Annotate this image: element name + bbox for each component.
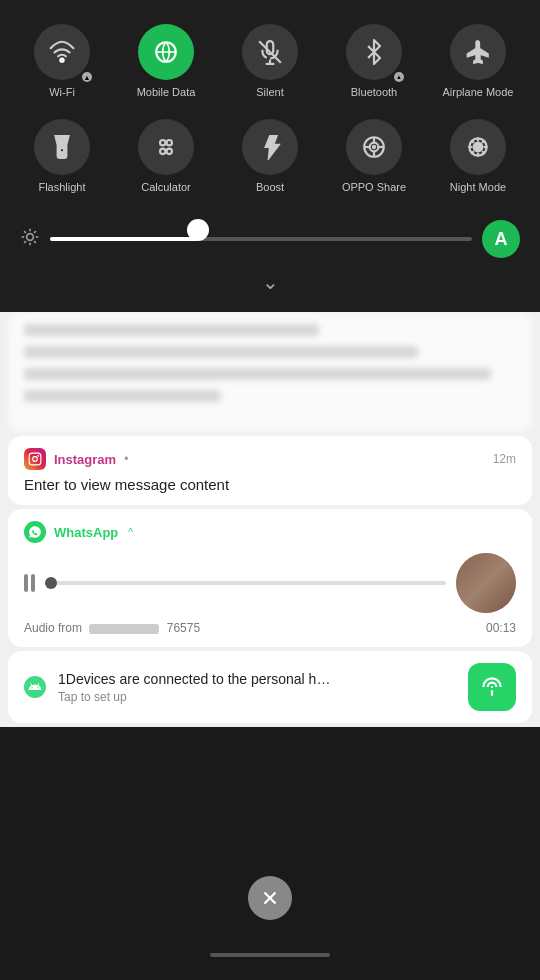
flashlight-label: Flashlight — [38, 181, 85, 194]
brightness-track — [50, 237, 472, 241]
audio-avatar-image — [456, 553, 516, 613]
whatsapp-expand-icon[interactable]: ^ — [128, 527, 133, 538]
qs-flashlight[interactable]: Flashlight — [10, 111, 114, 202]
audio-player — [24, 553, 516, 613]
chevron-down-icon: ⌄ — [262, 270, 279, 294]
svg-point-30 — [33, 457, 38, 462]
svg-point-8 — [167, 140, 172, 145]
whatsapp-notif-header: WhatsApp ^ — [24, 521, 516, 543]
oppo-share-label: OPPO Share — [342, 181, 406, 194]
instagram-app-name: Instagram — [54, 452, 116, 467]
brightness-row: A — [10, 214, 530, 268]
instagram-notif-body: Enter to view message content — [24, 476, 516, 493]
svg-point-6 — [60, 148, 64, 152]
bluetooth-signal-dot: ▲ — [394, 72, 404, 82]
svg-line-26 — [34, 241, 36, 243]
qs-calculator[interactable]: Calculator — [114, 111, 218, 202]
home-indicator — [210, 953, 330, 957]
blurred-line-1 — [24, 324, 319, 336]
night-mode-icon — [465, 134, 491, 160]
qs-wifi[interactable]: ▲ Wi-Fi — [10, 16, 114, 107]
hotspot-icon — [479, 674, 505, 700]
blurred-line-2 — [24, 346, 418, 358]
svg-line-28 — [34, 231, 36, 233]
svg-point-31 — [37, 455, 39, 457]
airplane-icon-circle — [450, 24, 506, 80]
blurred-line-3 — [24, 368, 491, 380]
audio-duration: 00:13 — [486, 621, 516, 635]
qs-night-mode[interactable]: Night Mode — [426, 111, 530, 202]
night-mode-icon-circle — [450, 119, 506, 175]
android-system-notification[interactable]: 1Devices are connected to the personal h… — [8, 651, 532, 723]
wifi-signal-dot: ▲ — [82, 72, 92, 82]
brightness-icon — [20, 227, 40, 252]
mobile-data-icon — [153, 39, 179, 65]
instagram-logo — [28, 452, 42, 466]
redacted-sender — [89, 624, 159, 634]
qs-bluetooth[interactable]: ▲ Bluetooth — [322, 16, 426, 107]
android-logo — [28, 680, 42, 694]
dismiss-all-button[interactable] — [248, 876, 292, 920]
boost-icon — [257, 134, 283, 160]
boost-icon-circle — [242, 119, 298, 175]
svg-point-19 — [474, 143, 483, 152]
notifications-area: Instagram • 12m Enter to view message co… — [0, 312, 540, 727]
qs-airplane-mode[interactable]: Airplane Mode — [426, 16, 530, 107]
audio-from-label: Audio from 76575 — [24, 621, 200, 635]
bottom-navigation-bar — [0, 930, 540, 980]
bluetooth-label: Bluetooth — [351, 86, 397, 99]
quick-settings-grid: ▲ Wi-Fi Mobile Data — [10, 16, 530, 202]
user-avatar[interactable]: A — [482, 220, 520, 258]
android-notif-subtitle: Tap to set up — [58, 690, 456, 704]
silent-label: Silent — [256, 86, 284, 99]
oppo-share-icon — [361, 134, 387, 160]
qs-silent[interactable]: Silent — [218, 16, 322, 107]
avatar-label: A — [495, 229, 508, 250]
pause-bar-left — [24, 574, 28, 592]
whatsapp-app-icon — [24, 521, 46, 543]
svg-point-10 — [167, 149, 172, 154]
flashlight-icon-circle — [34, 119, 90, 175]
airplane-label: Airplane Mode — [443, 86, 514, 99]
mobile-data-label: Mobile Data — [137, 86, 196, 99]
whatsapp-notification[interactable]: WhatsApp ^ Audio from 76575 00:13 — [8, 509, 532, 647]
audio-from-text: Audio from — [24, 621, 82, 635]
brightness-fill — [50, 237, 198, 241]
instagram-dot: • — [124, 452, 128, 466]
quick-settings-panel: ▲ Wi-Fi Mobile Data — [0, 0, 540, 312]
wifi-icon-circle: ▲ — [34, 24, 90, 80]
svg-line-25 — [24, 231, 26, 233]
calculator-label: Calculator — [141, 181, 191, 194]
mobile-data-icon-circle — [138, 24, 194, 80]
svg-line-27 — [24, 241, 26, 243]
audio-number: 76575 — [167, 621, 200, 635]
qs-mobile-data[interactable]: Mobile Data — [114, 16, 218, 107]
svg-rect-29 — [29, 454, 41, 466]
calculator-icon — [153, 134, 179, 160]
instagram-notif-header: Instagram • 12m — [24, 448, 516, 470]
audio-progress-dot — [45, 577, 57, 589]
audio-contact-avatar — [456, 553, 516, 613]
bluetooth-icon-circle: ▲ — [346, 24, 402, 80]
silent-icon — [257, 39, 283, 65]
flashlight-icon — [49, 134, 75, 160]
pause-bar-right — [31, 574, 35, 592]
audio-progress-bar[interactable] — [45, 581, 446, 585]
audio-pause-button[interactable] — [24, 574, 35, 592]
svg-point-9 — [160, 149, 165, 154]
qs-boost[interactable]: Boost — [218, 111, 322, 202]
expand-quick-settings[interactable]: ⌄ — [10, 268, 530, 302]
wifi-label: Wi-Fi — [49, 86, 75, 99]
brightness-slider[interactable] — [50, 237, 472, 241]
svg-point-7 — [160, 140, 165, 145]
qs-oppo-share[interactable]: OPPO Share — [322, 111, 426, 202]
night-mode-label: Night Mode — [450, 181, 506, 194]
blurred-notification[interactable] — [8, 312, 532, 432]
boost-label: Boost — [256, 181, 284, 194]
airplane-icon — [465, 39, 491, 65]
svg-point-0 — [60, 59, 63, 62]
instagram-notification[interactable]: Instagram • 12m Enter to view message co… — [8, 436, 532, 505]
whatsapp-app-name: WhatsApp — [54, 525, 118, 540]
whatsapp-logo — [28, 525, 42, 539]
instagram-time: 12m — [493, 452, 516, 466]
